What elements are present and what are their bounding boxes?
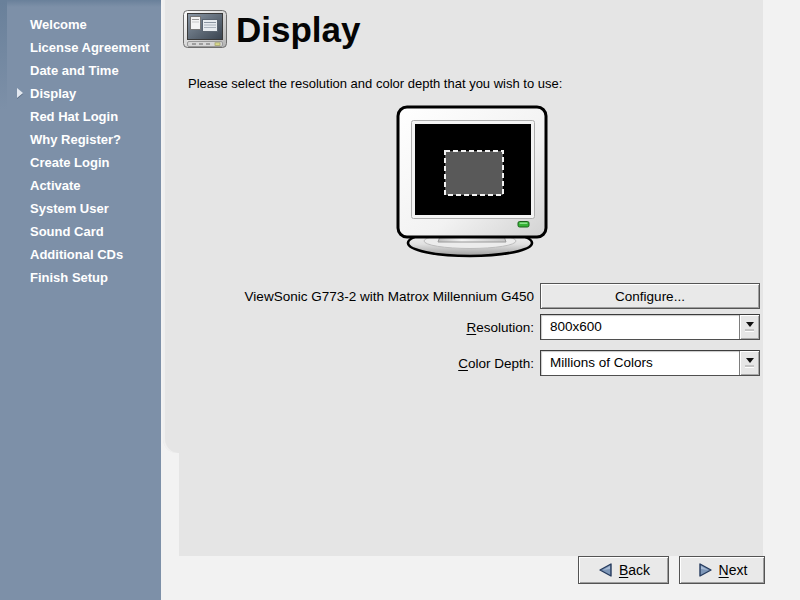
sidebar-item-date-and-time: Date and Time [0,59,161,82]
back-button-label: Back [619,562,650,578]
resolution-label-mnemonic: R [466,320,476,335]
sidebar-item-sound-card: Sound Card [0,220,161,243]
color-depth-combo-arrow-button[interactable] [739,351,759,375]
back-button[interactable]: Back [578,556,669,584]
arrow-left-icon [597,562,614,578]
resolution-combobox[interactable]: 800x600 [540,314,760,340]
sidebar-item-label: Activate [30,178,81,193]
sidebar-item-display-current: Display [0,82,161,105]
resolution-combo-arrow-button[interactable] [739,315,759,339]
color-depth-label: Color Depth: [180,356,534,371]
wizard-step-list: Welcome License Agreement Date and Time … [0,13,161,289]
sidebar-item-red-hat-login: Red Hat Login [0,105,161,128]
combo-arrow-bar [745,365,754,368]
resolution-value: 800x600 [550,315,602,339]
chevron-down-icon [746,322,754,327]
back-label-rest: ack [628,562,650,578]
current-step-arrow-icon [17,88,23,98]
device-label: ViewSonic G773-2 with Matrox Millennium … [180,289,534,304]
sidebar-item-label: Sound Card [30,224,104,239]
instruction-text: Please select the resolution and color d… [188,76,562,91]
next-label-rest: ext [729,562,748,578]
arrow-right-icon [697,562,714,578]
color-depth-combobox[interactable]: Millions of Colors [540,350,760,376]
sidebar-item-label: Why Register? [30,132,121,147]
sidebar-item-label: Date and Time [30,63,119,78]
sidebar-item-create-login: Create Login [0,151,161,174]
color-depth-label-rest: olor Depth: [468,356,534,371]
sidebar-item-label: Additional CDs [30,247,123,262]
sidebar-item-label: Red Hat Login [30,109,118,124]
sidebar-item-additional-cds: Additional CDs [0,243,161,266]
sidebar-item-welcome: Welcome [0,13,161,36]
resolution-label-rest: esolution: [476,320,534,335]
sidebar-item-label: Finish Setup [30,270,108,285]
sidebar-item-license-agreement: License Agreement [0,36,161,59]
sidebar-item-system-user: System User [0,197,161,220]
configure-button[interactable]: Configure... [540,283,760,309]
next-mnemonic: N [719,562,729,578]
sidebar-item-activate: Activate [0,174,161,197]
sidebar-item-finish-setup: Finish Setup [0,266,161,289]
wizard-sidebar: Welcome License Agreement Date and Time … [0,0,161,600]
sidebar-item-label: System User [30,201,109,216]
combo-arrow-bar [745,329,754,332]
page-title: Display [236,10,361,50]
sidebar-item-why-register: Why Register? [0,128,161,151]
sidebar-item-label: Create Login [30,155,109,170]
sidebar-item-label: Display [30,86,76,101]
sidebar-item-label: License Agreement [30,40,149,55]
display-monitor-icon [182,9,229,52]
next-button[interactable]: Next [679,556,765,584]
color-depth-value: Millions of Colors [550,351,653,375]
color-depth-label-mnemonic: C [458,356,468,371]
resolution-label: Resolution: [180,320,534,335]
resolution-selection-rect [445,151,503,195]
next-button-label: Next [719,562,748,578]
chevron-down-icon [746,358,754,363]
configure-button-label: Configure... [615,289,685,304]
crt-monitor-illustration [393,102,553,262]
back-mnemonic: B [619,562,628,578]
sidebar-item-label: Welcome [30,17,87,32]
